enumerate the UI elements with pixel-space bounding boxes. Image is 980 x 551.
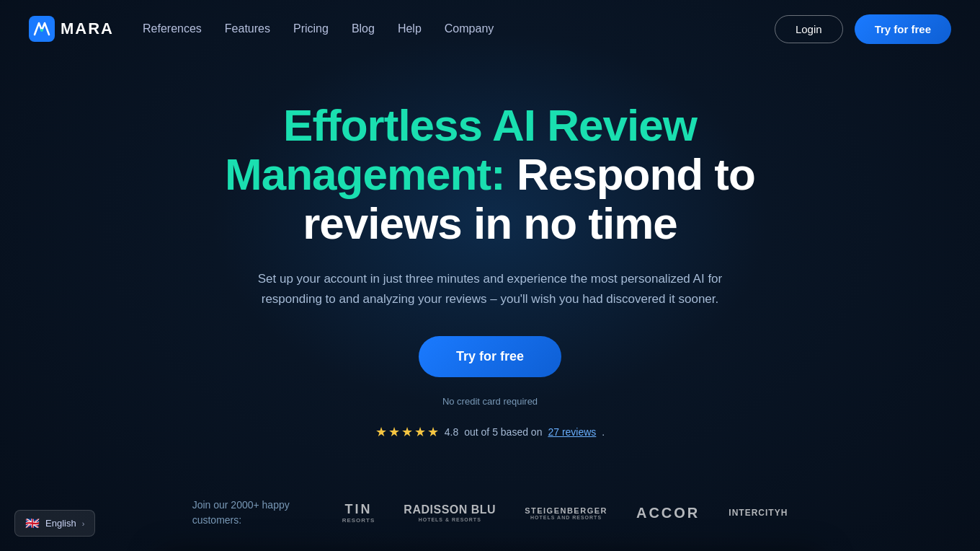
nav-link-blog[interactable]: Blog <box>352 22 375 35</box>
login-button[interactable]: Login <box>775 15 843 43</box>
svg-point-1 <box>40 29 43 32</box>
flag-icon: 🇬🇧 <box>25 516 40 530</box>
brand-radisson: Radisson BLU HOTELS & RESORTS <box>404 503 496 522</box>
rating-reviews-link[interactable]: 27 reviews <box>548 426 596 438</box>
brand-steigenberger: STEIGENBERGER HOTELS AND RESORTS <box>525 506 607 520</box>
star-rating: ★ ★ ★ ★ ★ <box>375 424 439 440</box>
brand-intercityh: InterCityH <box>729 508 788 518</box>
language-switcher[interactable]: 🇬🇧 English › <box>14 510 95 537</box>
nav-links: References Features Pricing Blog Help Co… <box>143 22 494 35</box>
brand-tin-resorts: TIN RESORTS <box>342 502 375 524</box>
hero-title: Effortless AI Review Management: Respond… <box>159 101 821 249</box>
star-3: ★ <box>401 424 413 440</box>
no-credit-text: No credit card required <box>159 396 821 407</box>
star-4: ★ <box>414 424 426 440</box>
customers-label: Join our 2000+ happycustomers: <box>192 498 308 528</box>
try-free-nav-button[interactable]: Try for free <box>855 14 951 44</box>
customers-section: Join our 2000+ happycustomers: TIN RESOR… <box>0 469 980 550</box>
language-label: English <box>45 518 76 529</box>
nav-link-references[interactable]: References <box>143 22 202 35</box>
rating-label: out of 5 based on <box>464 426 542 438</box>
hero-subtitle: Set up your account in just three minute… <box>245 269 735 311</box>
nav-link-features[interactable]: Features <box>225 22 270 35</box>
rating-row: ★ ★ ★ ★ ★ 4.8 out of 5 based on 27 revie… <box>159 424 821 440</box>
rating-period: . <box>602 426 605 438</box>
chevron-right-icon: › <box>82 519 85 528</box>
brand-accor: ACCOR <box>636 505 700 521</box>
logo[interactable]: MARA <box>29 16 114 42</box>
star-1: ★ <box>375 424 387 440</box>
nav-link-pricing[interactable]: Pricing <box>293 22 329 35</box>
logo-text: MARA <box>61 19 114 38</box>
customers-logos: TIN RESORTS Radisson BLU HOTELS & RESORT… <box>342 502 788 524</box>
cta-container: Try for free No credit card required <box>159 336 821 407</box>
navigation: MARA References Features Pricing Blog He… <box>0 0 980 58</box>
mara-logo-icon <box>29 16 55 42</box>
star-2: ★ <box>388 424 400 440</box>
rating-score: 4.8 <box>445 426 458 438</box>
hero-section: Effortless AI Review Management: Respond… <box>130 58 850 469</box>
nav-right: Login Try for free <box>775 14 951 44</box>
try-free-hero-button[interactable]: Try for free <box>419 336 561 377</box>
nav-left: MARA References Features Pricing Blog He… <box>29 16 494 42</box>
nav-link-help[interactable]: Help <box>398 22 422 35</box>
nav-link-company[interactable]: Company <box>445 22 494 35</box>
star-5: ★ <box>427 424 439 440</box>
